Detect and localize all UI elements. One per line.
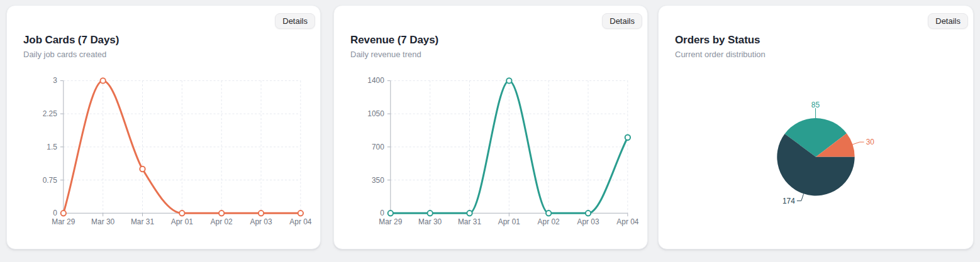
svg-text:Mar 31: Mar 31 xyxy=(458,217,481,226)
svg-text:Mar 31: Mar 31 xyxy=(131,217,154,226)
svg-text:Apr 03: Apr 03 xyxy=(250,217,272,226)
card-subtitle: Daily revenue trend xyxy=(350,50,438,59)
svg-text:30: 30 xyxy=(866,138,875,146)
svg-text:1400: 1400 xyxy=(367,76,384,85)
svg-text:174: 174 xyxy=(782,197,795,205)
svg-text:0: 0 xyxy=(53,209,57,217)
orders-by-status-card: Details Orders by Status Current order d… xyxy=(658,5,974,249)
svg-text:Apr 01: Apr 01 xyxy=(498,217,520,226)
svg-text:Mar 30: Mar 30 xyxy=(91,217,114,226)
job-cards-card: Details Job Cards (7 Days) Daily job car… xyxy=(6,5,321,249)
card-header: Orders by Status Current order distribut… xyxy=(675,34,766,59)
svg-text:Apr 01: Apr 01 xyxy=(171,217,193,226)
svg-text:Apr 02: Apr 02 xyxy=(538,217,560,226)
svg-text:85: 85 xyxy=(811,101,820,109)
revenue-card: Details Revenue (7 Days) Daily revenue t… xyxy=(333,5,648,249)
svg-text:1050: 1050 xyxy=(367,109,384,118)
svg-text:3: 3 xyxy=(53,76,57,85)
svg-text:Apr 04: Apr 04 xyxy=(289,217,311,226)
svg-text:Apr 03: Apr 03 xyxy=(577,217,599,226)
svg-text:2.25: 2.25 xyxy=(43,109,58,118)
svg-text:Apr 02: Apr 02 xyxy=(211,217,233,226)
card-subtitle: Current order distribution xyxy=(675,50,766,59)
svg-text:Apr 04: Apr 04 xyxy=(616,217,638,226)
card-header: Job Cards (7 Days) Daily job cards creat… xyxy=(23,34,119,59)
card-subtitle: Daily job cards created xyxy=(23,50,119,59)
svg-text:700: 700 xyxy=(372,143,384,151)
card-title: Job Cards (7 Days) xyxy=(23,34,119,46)
svg-text:1.5: 1.5 xyxy=(47,143,57,151)
svg-text:350: 350 xyxy=(372,176,384,185)
svg-text:Mar 30: Mar 30 xyxy=(418,217,442,226)
details-button[interactable]: Details xyxy=(602,13,642,29)
svg-text:Mar 29: Mar 29 xyxy=(379,217,402,226)
svg-text:0.75: 0.75 xyxy=(43,176,58,185)
card-header: Revenue (7 Days) Daily revenue trend xyxy=(350,34,438,59)
card-title: Revenue (7 Days) xyxy=(350,34,438,46)
svg-text:0: 0 xyxy=(380,209,384,217)
details-button[interactable]: Details xyxy=(275,13,315,29)
card-title: Orders by Status xyxy=(675,34,766,46)
svg-text:Mar 29: Mar 29 xyxy=(52,217,75,226)
details-button[interactable]: Details xyxy=(928,13,968,29)
